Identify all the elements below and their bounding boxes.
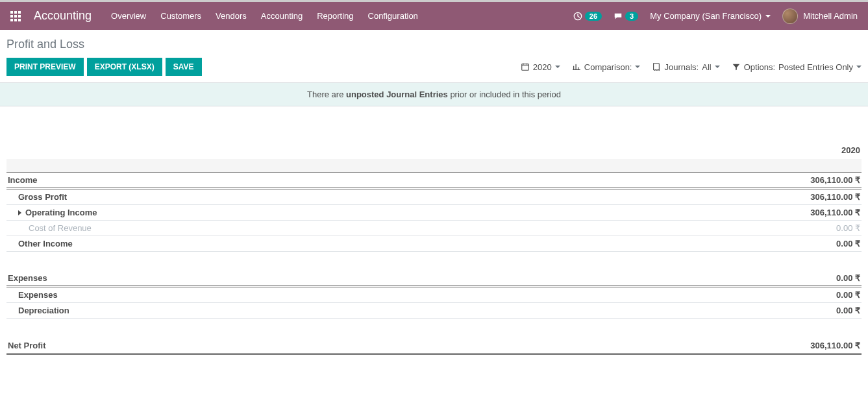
- app-title[interactable]: Accounting: [34, 9, 92, 23]
- column-header: 2020: [6, 113, 862, 159]
- user-menu[interactable]: Mitchell Admin: [782, 8, 858, 24]
- journals-filter[interactable]: Journals: All: [652, 62, 719, 72]
- export-xlsx-button[interactable]: EXPORT (XLSX): [87, 58, 162, 76]
- save-button[interactable]: SAVE: [166, 58, 202, 76]
- expand-icon[interactable]: [18, 210, 21, 215]
- warning-banner: There are unposted Journal Entries prior…: [0, 82, 868, 106]
- options-value: Posted Entries Only: [778, 62, 853, 72]
- line-row[interactable]: Depreciation0.00 ₹: [6, 303, 862, 319]
- activity-button[interactable]: 26: [573, 12, 602, 21]
- clock-icon: [573, 12, 582, 21]
- book-icon: [652, 62, 661, 71]
- row-value: 306,110.00 ₹: [551, 204, 862, 220]
- chat-icon: [614, 12, 623, 21]
- caret-down-icon: [856, 66, 862, 68]
- caret-down-icon: [765, 15, 771, 18]
- row-value: 0.00 ₹: [551, 220, 862, 236]
- discuss-button[interactable]: 3: [614, 12, 638, 21]
- period-filter[interactable]: 2020: [521, 62, 560, 72]
- comparison-label: Comparison:: [584, 62, 632, 72]
- apps-icon[interactable]: [10, 11, 21, 21]
- row-label: Expenses: [8, 273, 47, 283]
- funnel-icon: [732, 62, 741, 71]
- period-value: 2020: [533, 62, 552, 72]
- company-name: My Company (San Francisco): [650, 11, 762, 21]
- caret-down-icon: [555, 66, 560, 68]
- action-row: PRINT PREVIEW EXPORT (XLSX) SAVE 2020 Co…: [6, 58, 862, 82]
- row-label: Income: [8, 175, 38, 185]
- line-row[interactable]: Expenses0.00 ₹: [6, 287, 862, 303]
- row-label: Gross Profit: [18, 192, 67, 202]
- calendar-icon: [521, 62, 530, 71]
- company-selector[interactable]: My Company (San Francisco): [650, 11, 771, 21]
- nav-menu: Overview Customers Vendors Accounting Re…: [111, 11, 418, 21]
- banner-link[interactable]: unposted Journal Entries: [346, 90, 448, 99]
- button-group: PRINT PREVIEW EXPORT (XLSX) SAVE: [6, 58, 202, 76]
- row-label: Cost of Revenue: [29, 223, 92, 233]
- sub-header: Profit and Loss PRINT PREVIEW EXPORT (XL…: [0, 30, 868, 82]
- row-label: Operating Income: [25, 208, 97, 217]
- journals-label: Journals:: [664, 62, 699, 72]
- filter-bar: 2020 Comparison: Journals: All: [521, 62, 862, 72]
- row-label: Expenses: [18, 290, 58, 300]
- row-value: 0.00 ₹: [551, 271, 862, 287]
- row-value: 306,110.00 ₹: [551, 188, 862, 204]
- nav-customers[interactable]: Customers: [160, 11, 201, 21]
- nav-accounting[interactable]: Accounting: [261, 11, 303, 21]
- section-row[interactable]: Expenses0.00 ₹: [6, 271, 862, 287]
- line-row[interactable]: Cost of Revenue0.00 ₹: [6, 220, 862, 236]
- line-row[interactable]: Other Income0.00 ₹: [6, 236, 862, 251]
- line-row[interactable]: Gross Profit306,110.00 ₹: [6, 188, 862, 204]
- report-table: Income306,110.00 ₹Gross Profit306,110.00…: [6, 159, 862, 355]
- row-value: 0.00 ₹: [551, 236, 862, 251]
- svg-rect-1: [522, 64, 529, 71]
- banner-prefix: There are: [307, 90, 346, 99]
- caret-down-icon: [635, 66, 640, 68]
- caret-down-icon: [715, 66, 720, 68]
- nav-overview[interactable]: Overview: [111, 11, 146, 21]
- section-row[interactable]: Net Profit306,110.00 ₹: [6, 338, 862, 354]
- options-filter[interactable]: Options: Posted Entries Only: [732, 62, 862, 72]
- row-value: 306,110.00 ₹: [551, 338, 862, 354]
- nav-reporting[interactable]: Reporting: [317, 11, 353, 21]
- discuss-badge: 3: [625, 12, 638, 21]
- nav-vendors[interactable]: Vendors: [216, 11, 247, 21]
- row-value: 0.00 ₹: [551, 287, 862, 303]
- user-name: Mitchell Admin: [803, 11, 858, 21]
- line-row[interactable]: Operating Income306,110.00 ₹: [6, 204, 862, 220]
- topbar-right: 26 3 My Company (San Francisco) Mitchell…: [573, 8, 858, 24]
- row-label: Other Income: [18, 239, 73, 248]
- row-value: 306,110.00 ₹: [551, 172, 862, 188]
- section-row[interactable]: Income306,110.00 ₹: [6, 172, 862, 188]
- page-title: Profit and Loss: [6, 38, 862, 51]
- top-navbar: Accounting Overview Customers Vendors Ac…: [0, 0, 868, 30]
- report-area: 2020 Income306,110.00 ₹Gross Profit306,1…: [0, 106, 868, 361]
- nav-configuration[interactable]: Configuration: [368, 11, 418, 21]
- row-label: Depreciation: [18, 306, 69, 315]
- bar-chart-icon: [572, 62, 581, 71]
- row-label: Net Profit: [8, 341, 46, 350]
- activity-badge: 26: [585, 12, 602, 21]
- options-label: Options:: [744, 62, 775, 72]
- comparison-filter[interactable]: Comparison:: [572, 62, 641, 72]
- avatar: [782, 8, 798, 24]
- print-preview-button[interactable]: PRINT PREVIEW: [6, 58, 84, 76]
- journals-value: All: [702, 62, 711, 72]
- banner-suffix: prior or included in this period: [448, 90, 561, 99]
- row-value: 0.00 ₹: [551, 303, 862, 319]
